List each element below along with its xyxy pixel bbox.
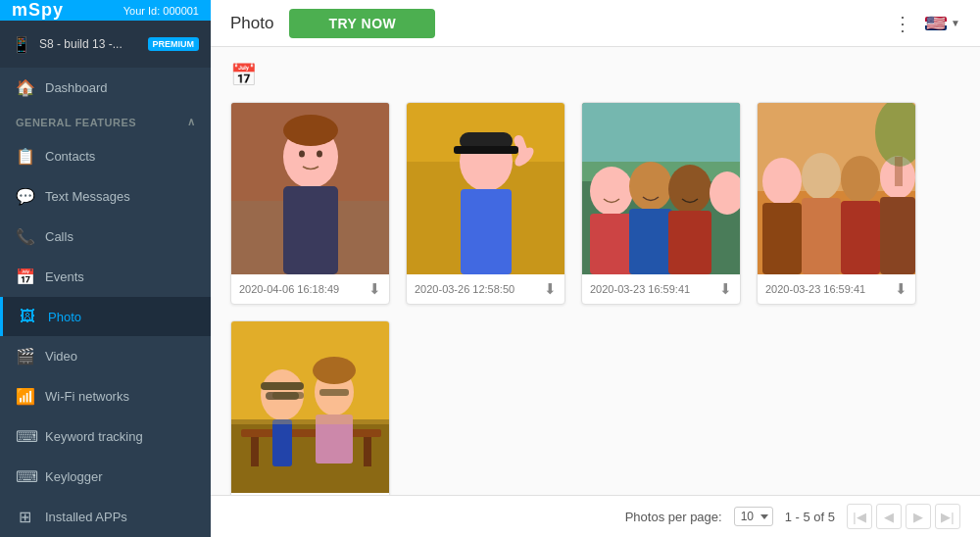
sidebar-item-label: Installed APPs [45,510,127,524]
photo-meta: 2020-03-23 16:59:41 ⬇ [758,274,915,304]
first-page-button[interactable]: |◀ [847,504,872,529]
photo-card[interactable]: 2020-03-23 16:59:41 ⬇ [757,102,916,305]
footer-pagination: Photos per page: 10 20 50 1 - 5 of 5 |◀ … [211,495,980,537]
sidebar-item-keyword-tracking[interactable]: ⌨ Keyword tracking [0,416,211,457]
keyboard-icon: ⌨ [16,427,33,446]
photo-thumbnail [231,103,390,274]
svg-point-31 [802,153,841,200]
main-content: Photo TRY NOW ⋮ 🇺🇸 ▼ 📅 [211,0,980,537]
svg-point-5 [299,151,305,158]
device-row[interactable]: 📱 S8 - build 13 -... PREMIUM [0,21,211,68]
svg-rect-34 [762,203,802,274]
sidebar-item-events[interactable]: 📅 Events [0,257,211,297]
topbar-right: ⋮ 🇺🇸 ▼ [893,12,960,35]
premium-badge: PREMIUM [148,37,200,51]
svg-rect-43 [251,437,259,466]
sidebar-item-calls[interactable]: 📞 Calls [0,217,211,257]
download-icon[interactable]: ⬇ [368,280,381,298]
svg-rect-4 [283,186,338,274]
download-icon[interactable]: ⬇ [544,280,557,298]
calendar-filter-row: 📅 [230,63,960,88]
messages-icon: 💬 [16,187,33,206]
svg-point-20 [629,162,672,211]
page-range: 1 - 5 of 5 [785,510,835,524]
svg-rect-26 [582,103,741,162]
svg-rect-36 [841,201,880,274]
sidebar-item-dashboard[interactable]: 🏠 Dashboard [0,68,211,108]
svg-rect-12 [461,189,512,274]
photo-date: 2020-03-23 16:59:41 [590,283,690,295]
device-name: S8 - build 13 -... [39,37,140,51]
next-page-button[interactable]: ▶ [906,504,931,529]
svg-point-32 [841,156,880,203]
svg-point-21 [668,165,711,214]
sidebar-item-label: Wi-Fi networks [45,389,129,404]
sidebar-header: mSpy Your Id: 000001 [0,0,211,21]
download-icon[interactable]: ⬇ [719,280,732,298]
sidebar-item-label: Keyword tracking [45,429,143,444]
last-page-button[interactable]: ▶| [935,504,960,529]
svg-rect-48 [272,419,292,466]
sidebar-item-label: Calls [45,229,74,244]
sidebar-item-contacts[interactable]: 📋 Contacts [0,136,211,176]
topbar: Photo TRY NOW ⋮ 🇺🇸 ▼ [211,0,980,47]
calls-icon: 📞 [16,227,33,246]
photo-thumbnail [758,103,916,274]
sidebar-item-wifi[interactable]: 📶 Wi-Fi networks [0,376,211,416]
sidebar-item-label: Text Messages [45,189,130,204]
photo-thumbnail [582,103,741,274]
sidebar-item-label: Photo [48,310,81,324]
sidebar-item-installed-apps[interactable]: ⊞ Installed APPs [0,497,211,537]
sidebar-item-text-messages[interactable]: 💬 Text Messages [0,176,211,217]
svg-rect-24 [629,209,672,274]
content-area: 📅 [211,47,980,495]
photo-date: 2020-04-06 16:18:49 [239,283,339,295]
us-flag-icon: 🇺🇸 [925,17,947,30]
sidebar-item-photo[interactable]: 🖼 Photo [0,297,211,336]
per-page-select[interactable]: 10 20 50 [734,507,773,526]
apps-icon: ⊞ [16,508,33,526]
header-user: Your Id: 000001 [123,5,199,17]
more-options-icon[interactable]: ⋮ [893,12,913,35]
page-title: Photo [230,14,273,33]
sidebar-item-video[interactable]: 🎬 Video [0,336,211,376]
photo-thumbnail [407,103,565,274]
sidebar-item-label: Keylogger [45,469,103,484]
sidebar-item-label: Dashboard [45,80,108,95]
language-selector[interactable]: 🇺🇸 ▼ [925,17,960,30]
svg-rect-16 [454,146,518,154]
contacts-icon: 📋 [16,147,33,166]
page-nav-group: |◀ ◀ ▶ ▶| [847,504,960,529]
photo-meta: 2020-03-23 16:59:41 ⬇ [582,274,740,304]
prev-page-button[interactable]: ◀ [876,504,902,529]
photo-card[interactable]: 2020-03-23 16:59:41 ⬇ [581,102,741,305]
home-icon: 🏠 [16,78,33,97]
svg-point-30 [762,158,802,205]
photo-grid: 2020-04-06 16:18:49 ⬇ [230,102,960,495]
sidebar-item-label: Video [45,349,77,364]
section-label: General Features [16,117,136,128]
download-icon[interactable]: ⬇ [895,280,907,298]
svg-rect-44 [364,437,371,466]
calendar-icon[interactable]: 📅 [230,63,257,87]
android-icon: 📱 [12,35,31,54]
photo-icon: 🖼 [19,308,36,325]
sidebar-item-keylogger[interactable]: ⌨ Keylogger [0,457,211,497]
photo-card[interactable]: 2020-03-22 10:32:11 ⬇ [230,320,390,495]
photo-thumbnail [231,321,390,493]
svg-point-19 [590,167,633,216]
sidebar: mSpy Your Id: 000001 📱 S8 - build 13 -..… [0,0,211,537]
try-now-button[interactable]: TRY NOW [289,9,435,38]
wifi-icon: 📶 [16,387,33,406]
photo-card[interactable]: 2020-03-26 12:58:50 ⬇ [406,102,565,305]
svg-rect-39 [895,157,903,186]
svg-point-6 [317,151,322,158]
section-general-features: General Features ∧ [0,108,211,136]
photo-card[interactable]: 2020-04-06 16:18:49 ⬇ [230,102,390,305]
sidebar-item-label: Contacts [45,149,95,164]
collapse-icon[interactable]: ∧ [187,116,196,128]
svg-rect-23 [590,214,633,274]
photo-date: 2020-03-23 16:59:41 [765,283,865,295]
chevron-down-icon: ▼ [951,18,960,28]
photo-date: 2020-03-26 12:58:50 [415,283,514,295]
